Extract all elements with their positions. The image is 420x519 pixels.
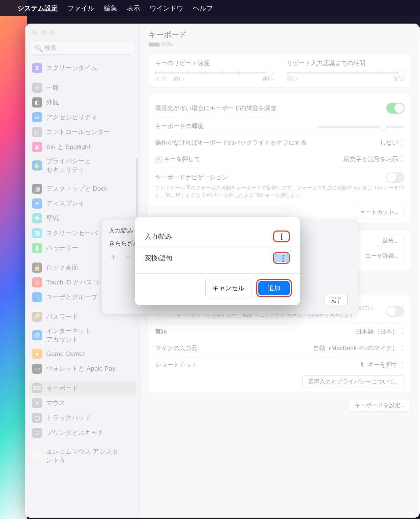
key-repeat-slider[interactable] — [155, 72, 273, 73]
menubar: システム設定 ファイル 編集 表示 ウインドウ ヘルプ — [0, 0, 420, 16]
sidebar-icon: ⌨ — [32, 383, 42, 393]
sidebar-item[interactable]: ▢トラックパッド — [29, 410, 136, 425]
shortcuts-button[interactable]: ョートカット... — [354, 206, 404, 218]
sidebar-icon: ◎ — [32, 277, 42, 287]
menubar-app-name[interactable]: システム設定 — [18, 4, 58, 13]
conversion-phrase-label: 変換/語句 — [145, 254, 172, 263]
sidebar-icon: 🔒 — [32, 263, 42, 273]
brightness-label: キーボードの輝度 — [155, 122, 204, 130]
sidebar-item-label: スクリーンセーバ — [46, 229, 97, 238]
sidebar-item[interactable]: @インターネット アカウント — [29, 324, 136, 346]
ambient-toggle[interactable] — [386, 103, 404, 114]
window-controls[interactable] — [25, 24, 140, 38]
voice-mic-label: マイクの入力元 — [155, 344, 198, 352]
sidebar-item-label: 外観 — [46, 98, 59, 107]
sidebar-icon: ▦ — [32, 228, 42, 238]
sidebar-icon: ◉ — [32, 142, 42, 152]
sidebar-icon: 🖱 — [32, 398, 42, 408]
globe-key-popup[interactable]: 絵文字と記号を表示⌃⌄ — [343, 155, 404, 163]
sidebar-icon: 👥 — [32, 292, 42, 302]
sidebar-item-label: コントロールセンター — [46, 128, 110, 136]
sidebar-icon: @ — [32, 330, 42, 340]
sidebar-item[interactable]: ◐外観 — [29, 95, 136, 110]
menu-view[interactable]: 表示 — [127, 4, 140, 13]
sidebar-item[interactable]: ▭ウォレットと Apple Pay — [29, 361, 136, 376]
sidebar-item-label: アクセシビリティ — [46, 113, 97, 122]
delay-slider[interactable] — [287, 72, 404, 73]
sidebar-icon: ● — [32, 349, 42, 359]
sidebar-item[interactable]: ▥デスクトップと Dock — [29, 181, 136, 196]
edit-button[interactable]: 編集... — [377, 235, 404, 247]
battery-icon — [149, 42, 159, 47]
voice-mic-popup[interactable]: 自動（MacBook Proのマイク）⌃⌄ — [313, 344, 404, 352]
sidebar-icon: ☺ — [32, 112, 42, 122]
sidebar-icon: ❀ — [32, 213, 42, 223]
sidebar-item[interactable]: ☺アクセシビリティ — [29, 110, 136, 125]
search-field[interactable]: 🔍 — [31, 41, 134, 55]
sidebar-item[interactable]: 🖨プリンタとスキャナ — [29, 425, 136, 440]
key-repeat-label: キーのリピート速度 — [155, 59, 273, 67]
voice-lang-popup[interactable]: 日本語（日本）⌃⌄ — [356, 328, 404, 336]
sidebar-icon: 🖱 — [32, 451, 42, 461]
sidebar-icon: ▮ — [32, 243, 42, 253]
sidebar-icon: ▥ — [32, 184, 42, 194]
sidebar-item-label: マウス — [46, 399, 65, 407]
menu-help[interactable]: ヘルプ — [193, 4, 213, 13]
cancel-button[interactable]: キャンセル — [205, 279, 251, 297]
sidebar-item-label: プライバシーと セキュリティ — [46, 157, 91, 174]
sidebar-icon: ☀ — [32, 199, 42, 209]
sidebar-item[interactable]: ☀ディスプレイ — [29, 196, 136, 211]
sidebar-icon: ◐ — [32, 97, 42, 108]
page-title: キーボード — [149, 30, 411, 40]
brightness-slider[interactable] — [317, 126, 404, 128]
sidebar-item-label: 一般 — [46, 83, 59, 92]
sidebar-item-label: エレコムマウス アシスタ ント５ — [46, 447, 118, 465]
search-input[interactable] — [31, 41, 134, 55]
sidebar-item-label: ウォレットと Apple Pay — [46, 364, 116, 373]
sidebar-item-label: スクリーンタイム — [46, 64, 97, 72]
add-button[interactable]: 追加 — [258, 281, 290, 295]
sidebar-item[interactable]: ⚙一般 — [29, 80, 136, 95]
kb-nav-toggle[interactable] — [386, 172, 404, 183]
search-icon: 🔍 — [35, 44, 43, 53]
sidebar-item-label: ロック画面 — [46, 263, 78, 272]
sidebar-icon: ⧗ — [32, 63, 42, 73]
sidebar-item[interactable]: ⌸コントロールセンター — [29, 125, 136, 140]
sidebar-item-label: キーボード — [46, 384, 78, 393]
kb-nav-label: キーボードナビゲーション — [155, 173, 228, 181]
menu-file[interactable]: ファイル — [67, 4, 94, 13]
sidebar-item[interactable]: ✋プライバシーと セキュリティ — [29, 154, 136, 177]
sidebar-item[interactable]: ●Game Center — [29, 346, 136, 361]
sidebar-item-label: ユーザとグループ — [46, 293, 97, 302]
add-entry-dialog: 入力/読み 変換/語句 キャンセル 追加 — [135, 217, 300, 305]
input-reading-field[interactable] — [274, 232, 289, 241]
voice-privacy-button[interactable]: 音声入力とプライバシーについて... — [302, 375, 404, 388]
keyboard-setup-button[interactable]: キーボードを設定... — [349, 399, 411, 411]
sidebar-scrollbar[interactable] — [136, 158, 138, 216]
sidebar-icon: ✋ — [32, 160, 42, 171]
voice-shortcut-popup[interactable]: 🎙キーを押す⌃⌄ — [360, 361, 404, 369]
sidebar-item-label: Game Center — [46, 350, 85, 358]
sidebar-item[interactable]: 🖱エレコムマウス アシスタ ント５ — [29, 445, 136, 467]
sidebar-item[interactable]: 🖱マウス — [29, 396, 136, 410]
sidebar-icon: ⚙ — [32, 83, 42, 93]
sidebar-item[interactable]: ⧗スクリーンタイム — [29, 61, 136, 75]
sidebar-item[interactable]: ⌨キーボード — [29, 381, 136, 396]
sidebar-item-label: パスワード — [46, 312, 78, 321]
user-dict-button[interactable]: ユーザ辞書... — [360, 250, 404, 262]
sidebar-icon: ▭ — [32, 364, 42, 374]
sidebar-item[interactable]: ◉Siri と Spotlight — [29, 140, 136, 154]
sidebar-item-label: デスクトップと Dock — [46, 184, 108, 193]
remove-entry-button[interactable]: － — [124, 251, 132, 263]
backlight-off-popup[interactable]: しない⌃⌄ — [380, 139, 404, 147]
voice-shortcut-label: ショートカット — [155, 361, 198, 369]
voice-toggle[interactable] — [386, 306, 404, 317]
sidebar-icon: 🔑 — [32, 312, 42, 322]
menu-edit[interactable]: 編集 — [104, 4, 117, 13]
add-entry-button[interactable]: ＋ — [109, 251, 118, 263]
conversion-phrase-field[interactable] — [274, 254, 289, 262]
sidebar-item-label: Siri と Spotlight — [46, 143, 90, 151]
voice-lang-label: 言語 — [155, 328, 167, 336]
menu-window[interactable]: ウインドウ — [150, 4, 183, 13]
done-button[interactable]: 完了 — [325, 294, 348, 306]
